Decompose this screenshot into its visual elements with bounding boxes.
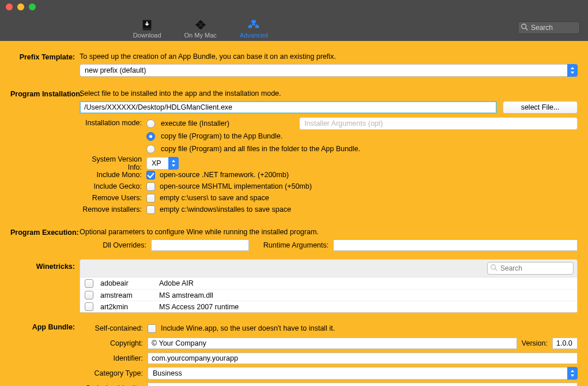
version-input[interactable] (552, 338, 578, 349)
tab-download[interactable]: Download (133, 18, 161, 39)
search-icon (490, 264, 498, 272)
zoom-window-button[interactable] (29, 3, 36, 10)
svg-rect-10 (252, 24, 256, 25)
select-file-button[interactable]: select File... (503, 101, 578, 114)
tab-advanced[interactable]: Advanced (240, 18, 268, 39)
winetricks-row[interactable]: adobeair Adobe AIR (80, 278, 577, 289)
toolbar-search[interactable] (518, 21, 580, 34)
titlebar (0, 0, 588, 14)
winetricks-list: adobeair Adobe AIR amstream MS amstream.… (80, 278, 577, 312)
tab-onmymac-label: On My Mac (184, 32, 217, 39)
minimize-window-button[interactable] (17, 3, 24, 10)
program-exec-help: Optional parameters to configure Wine wh… (80, 227, 578, 239)
tab-onmymac[interactable]: On My Mac (184, 18, 217, 39)
codesign-input[interactable] (148, 383, 578, 386)
remove-installers-desc: empty c:\windows\installes to save space (160, 205, 291, 213)
winetricks-check[interactable] (85, 291, 93, 299)
include-gecko-check[interactable] (146, 182, 155, 191)
svg-point-19 (491, 265, 496, 269)
winetricks-name: adobeair (100, 279, 152, 287)
app-bundle-label: App Bundle: (10, 321, 80, 386)
remove-users-desc: empty c:\users\ to save and space (160, 194, 269, 202)
winetricks-box: adobeair Adobe AIR amstream MS amstream.… (80, 259, 578, 313)
category-label: Category Type: (80, 369, 143, 377)
copyright-label: Copyright: (80, 339, 143, 347)
runtime-args-input[interactable] (333, 239, 578, 251)
self-contained-label: Self-contained: (80, 324, 143, 332)
winetricks-desc: MS Access 2007 runtime (159, 303, 239, 311)
category-select[interactable]: Business (148, 367, 578, 380)
include-mono-check[interactable] (146, 171, 155, 179)
winetricks-desc: Adobe AIR (159, 279, 194, 287)
winetricks-search-input[interactable] (487, 262, 574, 275)
download-icon (141, 18, 153, 31)
include-mono-desc: open-source .NET framework. (+200mb) (160, 171, 289, 179)
svg-rect-11 (250, 24, 251, 25)
svg-rect-9 (255, 25, 259, 28)
version-label: Version: (522, 339, 548, 347)
prefix-template-help: To speed up the creation of an App Bundl… (80, 51, 578, 64)
self-contained-desc: Include Wine.app, so the user doesn't ha… (161, 324, 335, 332)
copyright-input[interactable] (148, 338, 517, 349)
remove-users-label: Remove Users: (80, 194, 146, 202)
mode-copyall-radio[interactable] (146, 145, 155, 153)
svg-rect-8 (248, 25, 252, 28)
prefix-template-select[interactable]: new prefix (default) (80, 64, 578, 77)
mode-copy-label: copy file (Program) to the App Bundle. (161, 132, 282, 140)
advanced-icon (247, 18, 260, 31)
svg-rect-12 (257, 24, 258, 25)
winetricks-check[interactable] (85, 302, 93, 311)
install-mode-label: Installation mode: (80, 117, 146, 155)
identifier-input[interactable] (148, 353, 578, 364)
mac-icon (194, 18, 207, 31)
svg-line-20 (495, 269, 497, 271)
remove-installers-label: Remove installers: (80, 205, 146, 213)
svg-rect-1 (143, 29, 152, 30)
dll-overrides-label: Dll Overrides: (80, 241, 146, 249)
identifier-label: Identifier: (80, 354, 143, 362)
include-gecko-label: Include Gecko: (80, 182, 146, 190)
sys-version-select[interactable]: XP (146, 157, 179, 170)
include-mono-label: Include Mono: (80, 171, 146, 179)
winetricks-search[interactable] (487, 262, 574, 275)
content: Prefix Template: To speed up the creatio… (0, 41, 588, 386)
svg-rect-6 (252, 20, 256, 24)
svg-point-13 (522, 24, 526, 28)
tab-advanced-label: Advanced (240, 32, 268, 39)
mode-execute-radio[interactable] (146, 119, 155, 128)
winetricks-desc: MS amstream.dll (159, 291, 213, 299)
winetricks-row[interactable]: amstream MS amstream.dll (80, 289, 577, 301)
program-exec-label: Program Execution: (10, 227, 80, 251)
close-window-button[interactable] (6, 3, 13, 10)
program-install-label: Program Installation: (10, 88, 80, 215)
remove-installers-check[interactable] (146, 205, 155, 214)
winetricks-row[interactable]: art2kmin MS Access 2007 runtime (80, 301, 577, 312)
winetricks-label: Winetricks: (10, 259, 80, 313)
include-gecko-desc: open-source MSHTML implementation (+50mb… (160, 182, 312, 190)
remove-users-check[interactable] (146, 194, 155, 203)
search-icon (521, 23, 529, 31)
runtime-args-label: Runtime Arguments: (254, 241, 329, 249)
dll-overrides-input[interactable] (151, 239, 249, 251)
toolbar: Download On My Mac Advanced (0, 14, 588, 41)
prefix-template-label: Prefix Template: (10, 51, 80, 77)
program-install-help: Select file to be installed into the app… (80, 88, 578, 101)
install-path-input[interactable] (80, 101, 497, 114)
winetricks-name: amstream (100, 291, 152, 299)
mode-copy-radio[interactable] (146, 132, 155, 141)
tab-download-label: Download (133, 32, 161, 39)
mode-execute-label: execute file (Installer) (161, 119, 293, 128)
svg-line-14 (526, 28, 528, 30)
mode-copyall-label: copy file (Program) and all files in the… (161, 145, 360, 153)
winetricks-check[interactable] (85, 279, 93, 288)
installer-args-input[interactable] (299, 117, 578, 130)
sys-version-label: System Version Info: (80, 155, 146, 171)
winetricks-name: art2kmin (100, 303, 152, 311)
self-contained-check[interactable] (148, 324, 156, 333)
